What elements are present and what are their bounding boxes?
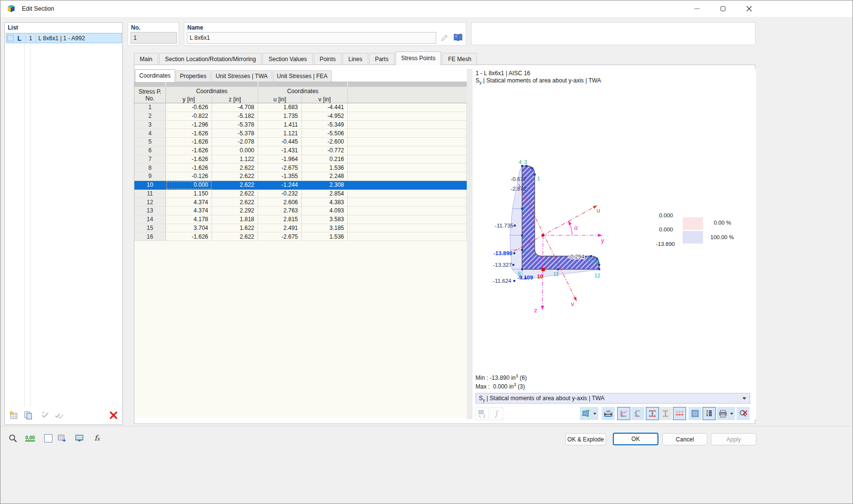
panel-divider[interactable]: [467, 69, 473, 419]
cell-u[interactable]: -0.445: [258, 138, 302, 146]
cell-no[interactable]: 2: [134, 112, 166, 121]
search-button[interactable]: [6, 432, 19, 444]
cell-z[interactable]: 2.622: [212, 190, 258, 198]
cell-no[interactable]: 8: [134, 163, 166, 172]
table-row[interactable]: 14 4.178 1.818 2.815 3.583: [134, 215, 467, 224]
stress-points-button[interactable]: [646, 407, 659, 420]
table-row[interactable]: 13 4.374 2.292 2.763 4.093: [134, 207, 467, 215]
rename-button[interactable]: [438, 32, 451, 44]
table-row[interactable]: 1 -0.626 -4.708 1.683 -4.441: [134, 103, 467, 112]
cell-y[interactable]: 4.178: [166, 215, 212, 224]
cell-y[interactable]: -0.126: [166, 172, 212, 181]
cell-y[interactable]: 0.000: [166, 181, 212, 190]
tab-stress-points[interactable]: Stress Points: [395, 51, 442, 65]
selected-stress-point[interactable]: [541, 268, 545, 271]
subtab-unit-stresses-twa[interactable]: Unit Stresses | TWA: [211, 70, 272, 82]
cell-z[interactable]: -5.182: [212, 112, 258, 121]
result-type-dropdown[interactable]: Sy | Statical moments of area about y-ax…: [476, 393, 750, 404]
cell-v[interactable]: 0.216: [302, 155, 348, 164]
cell-u[interactable]: -1.355: [258, 172, 302, 181]
cell-v[interactable]: 2.308: [302, 181, 348, 190]
cell-extra[interactable]: [348, 163, 467, 172]
cell-v[interactable]: 4.093: [302, 207, 348, 215]
cell-no[interactable]: 6: [134, 146, 166, 155]
tab-parts[interactable]: Parts: [369, 53, 394, 65]
axes-position-button[interactable]: yz: [617, 407, 630, 420]
cell-u[interactable]: 1.411: [258, 121, 302, 130]
cell-no[interactable]: 16: [134, 232, 166, 241]
cell-z[interactable]: 2.292: [212, 207, 258, 215]
table-row[interactable]: 10 0.000 2.622 -1.244 2.308: [134, 181, 467, 190]
cell-no[interactable]: 9: [134, 172, 166, 181]
table-row[interactable]: 5 -1.626 -2.078 -0.445 -2.600: [134, 138, 467, 146]
tab-main[interactable]: Main: [134, 53, 158, 65]
cell-u[interactable]: 2.606: [258, 198, 302, 207]
cell-v[interactable]: 1.536: [302, 232, 348, 241]
delete-section-button[interactable]: [108, 409, 119, 421]
cell-u[interactable]: -2.675: [258, 163, 302, 172]
cell-no[interactable]: 13: [134, 207, 166, 215]
cell-y[interactable]: -1.626: [166, 232, 212, 241]
cell-u[interactable]: 1.735: [258, 112, 302, 121]
cell-v[interactable]: 3.185: [302, 224, 348, 233]
apply-button[interactable]: Apply: [711, 433, 756, 445]
cell-y[interactable]: -0.822: [166, 112, 212, 121]
cell-z[interactable]: -5.378: [212, 129, 258, 138]
table-row[interactable]: 7 -1.626 1.122 -1.964 0.216: [134, 155, 467, 164]
cell-v[interactable]: 2.854: [302, 190, 348, 198]
ok-button[interactable]: OK: [613, 433, 658, 445]
cell-v[interactable]: -4.441: [302, 103, 348, 112]
cell-no[interactable]: 14: [134, 215, 166, 224]
tab-points[interactable]: Points: [314, 53, 342, 65]
cell-extra[interactable]: [348, 172, 467, 181]
cell-z[interactable]: 2.622: [212, 181, 258, 190]
cell-extra[interactable]: [348, 224, 467, 233]
cell-z[interactable]: -5.378: [212, 121, 258, 130]
cell-y[interactable]: 4.374: [166, 198, 212, 207]
list-item[interactable]: L 1 L 8x6x1 | 1 - A992: [6, 33, 122, 43]
tab-section-values[interactable]: Section Values: [262, 53, 312, 65]
ok-explode-button[interactable]: OK & Explode: [565, 433, 606, 445]
display-settings-button[interactable]: [73, 432, 85, 444]
cell-z[interactable]: -4.708: [212, 103, 258, 112]
table-row[interactable]: 9 -0.126 2.622 -1.355 2.248: [134, 172, 467, 181]
table-export-button[interactable]: [55, 432, 68, 444]
cell-z[interactable]: 0.000: [212, 146, 258, 155]
cell-u[interactable]: 1.121: [258, 129, 302, 138]
zoom-original-button[interactable]: [737, 407, 750, 420]
print-button[interactable]: [717, 407, 735, 420]
cell-z[interactable]: 2.622: [212, 198, 258, 207]
table-row[interactable]: 12 4.374 2.622 2.606 4.383: [134, 198, 467, 207]
cell-v[interactable]: -2.600: [302, 138, 348, 146]
cell-v[interactable]: -0.772: [302, 146, 348, 155]
cell-z[interactable]: 1.818: [212, 215, 258, 224]
plain-section-button[interactable]: [659, 407, 672, 420]
cell-extra[interactable]: [348, 207, 467, 215]
table-row[interactable]: 11 1.150 2.622 -0.232 2.854: [134, 190, 467, 198]
shear-center-button[interactable]: SC: [631, 407, 644, 420]
cell-y[interactable]: -0.626: [166, 103, 212, 112]
decimals-button[interactable]: 0,00: [24, 432, 36, 444]
cell-z[interactable]: 1.122: [212, 155, 258, 164]
cell-y[interactable]: -1.626: [166, 155, 212, 164]
cell-no[interactable]: 12: [134, 198, 166, 207]
cell-extra[interactable]: [348, 232, 467, 241]
cell-no[interactable]: 15: [134, 224, 166, 233]
tab-lines[interactable]: Lines: [343, 53, 368, 65]
cell-no[interactable]: 10: [134, 181, 166, 190]
cell-u[interactable]: -1.244: [258, 181, 302, 190]
tab-fe-mesh[interactable]: FE Mesh: [442, 53, 477, 65]
cell-u[interactable]: 1.683: [258, 103, 302, 112]
cell-v[interactable]: -5.506: [302, 129, 348, 138]
minimize-button[interactable]: [686, 0, 708, 16]
numbering-button[interactable]: 123: [673, 407, 686, 420]
cancel-button[interactable]: Cancel: [662, 433, 707, 445]
cell-v[interactable]: 3.583: [302, 215, 348, 224]
name-field[interactable]: L 8x6x1: [187, 32, 436, 44]
cell-z[interactable]: 2.622: [212, 172, 258, 181]
cell-u[interactable]: 2.763: [258, 207, 302, 215]
cell-v[interactable]: 4.383: [302, 198, 348, 207]
subtab-coordinates[interactable]: Coordinates: [135, 69, 175, 82]
rotate-model-button[interactable]: [476, 407, 489, 420]
cell-y[interactable]: 4.374: [166, 207, 212, 215]
